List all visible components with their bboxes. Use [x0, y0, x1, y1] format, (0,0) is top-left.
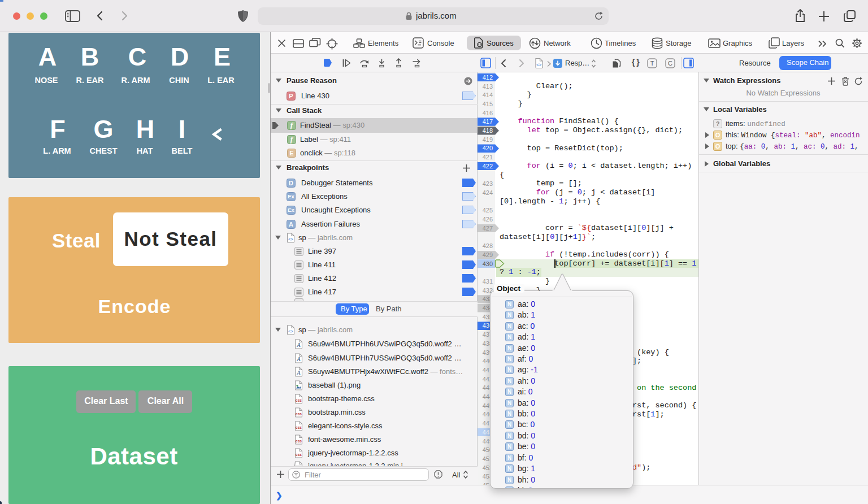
svg-text:css: css — [296, 412, 302, 416]
svg-text:css: css — [296, 398, 302, 402]
svg-text:A: A — [296, 370, 301, 376]
svg-text:A: A — [296, 342, 301, 348]
svg-text:css: css — [296, 439, 302, 443]
svg-text:<>: <> — [288, 237, 293, 241]
svg-text:T: T — [650, 60, 654, 67]
svg-text:<>: <> — [288, 329, 293, 333]
svg-text:A: A — [296, 356, 301, 362]
svg-text:css: css — [296, 453, 302, 457]
svg-text:css: css — [296, 425, 302, 429]
svg-text:C: C — [668, 60, 672, 67]
svg-text:<>: <> — [536, 62, 541, 67]
